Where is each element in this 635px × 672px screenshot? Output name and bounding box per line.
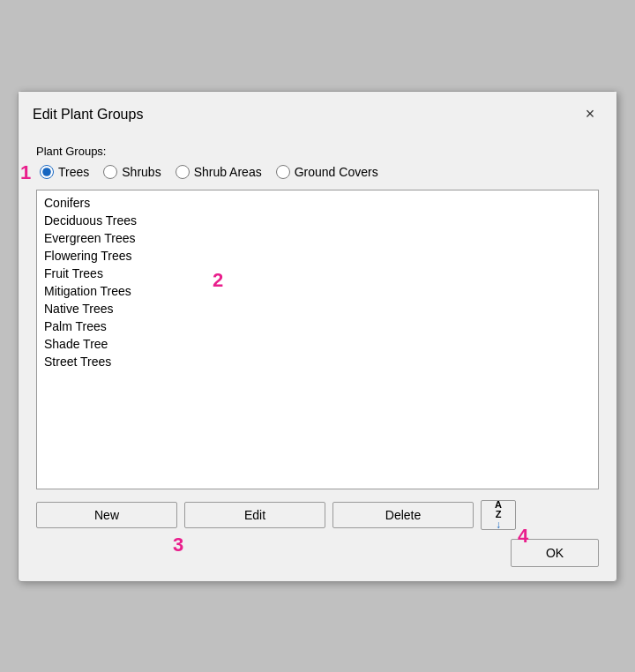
list-item[interactable]: Mitigation Trees [37, 282, 598, 300]
dialog-title: Edit Plant Groups [33, 107, 143, 123]
edit-plant-groups-dialog: Edit Plant Groups × Plant Groups: 1 Tree… [18, 91, 617, 582]
badge-1: 1 [20, 161, 31, 184]
radio-shrubs[interactable]: Shrubs [103, 165, 161, 179]
radio-shrub-areas-label: Shrub Areas [194, 165, 262, 179]
plant-groups-label: Plant Groups: [36, 145, 599, 158]
button-row: New Edit Delete A Z ↓ 4 3 [36, 500, 599, 530]
list-item[interactable]: Fruit Trees [37, 265, 598, 282]
dialog-body: Plant Groups: 1 Trees Shrubs Shrub Areas… [19, 134, 616, 581]
list-item[interactable]: Native Trees [37, 300, 598, 317]
edit-button[interactable]: Edit [184, 502, 325, 528]
radio-shrubs-label: Shrubs [122, 165, 161, 179]
radio-trees-input[interactable] [40, 165, 54, 179]
list-item[interactable]: Palm Trees [37, 317, 598, 335]
sort-arrow-icon: ↓ [496, 519, 501, 530]
radio-trees-label: Trees [58, 165, 89, 179]
list-item[interactable]: Evergreen Trees [37, 229, 598, 247]
sort-icon: A Z ↓ [495, 500, 502, 530]
sort-az-label: A [495, 500, 502, 510]
sort-button[interactable]: A Z ↓ [481, 500, 516, 530]
list-item[interactable]: Shade Tree [37, 335, 598, 353]
ok-row: OK [36, 539, 599, 567]
radio-shrubs-input[interactable] [103, 165, 117, 179]
radio-ground-covers-input[interactable] [276, 165, 290, 179]
close-button[interactable]: × [578, 102, 602, 127]
radio-shrub-areas[interactable]: Shrub Areas [176, 165, 262, 179]
new-button[interactable]: New [36, 502, 177, 528]
plant-group-list[interactable]: Conifers Deciduous Trees Evergreen Trees… [36, 190, 599, 489]
radio-trees[interactable]: Trees [40, 165, 89, 179]
sort-button-wrapper: A Z ↓ 4 [481, 500, 516, 530]
title-bar: Edit Plant Groups × [19, 92, 616, 134]
radio-group: 1 Trees Shrubs Shrub Areas Ground Covers [36, 165, 599, 179]
radio-ground-covers-label: Ground Covers [295, 165, 378, 179]
sort-z-label: Z [496, 510, 502, 519]
list-box-wrapper: Conifers Deciduous Trees Evergreen Trees… [36, 190, 599, 489]
list-item[interactable]: Flowering Trees [37, 247, 598, 265]
radio-shrub-areas-input[interactable] [176, 165, 190, 179]
radio-ground-covers[interactable]: Ground Covers [276, 165, 378, 179]
delete-button[interactable]: Delete [332, 502, 474, 528]
list-item[interactable]: Conifers [37, 194, 598, 212]
list-item[interactable]: Street Trees [37, 353, 598, 370]
list-item[interactable]: Deciduous Trees [37, 212, 598, 229]
ok-button[interactable]: OK [511, 539, 599, 567]
